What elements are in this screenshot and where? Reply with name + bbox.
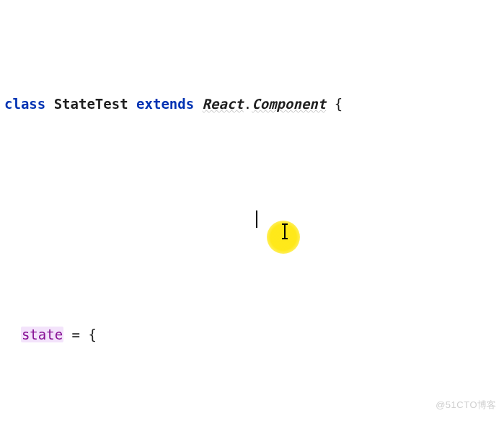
code-line[interactable]: state = { [4,323,504,346]
component-ref: Component [252,96,326,112]
class-name: StateTest [54,96,128,112]
text-caret [256,211,257,228]
react-ref: React [203,96,244,112]
keyword-extends: extends [136,96,194,112]
code-editor[interactable]: class StateTest extends React.Component … [0,0,504,421]
code-line[interactable]: class StateTest extends React.Component … [4,92,504,115]
code-line[interactable] [4,208,504,231]
field-state: state [21,327,63,342]
watermark: @51CTO博客 [436,394,497,417]
keyword-class: class [4,96,45,112]
